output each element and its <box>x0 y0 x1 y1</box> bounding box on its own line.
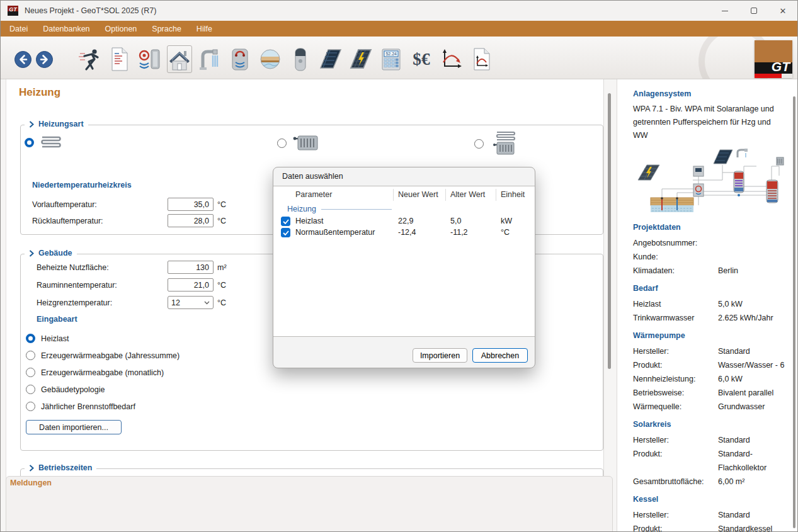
building-heating-button-selected[interactable] <box>167 45 192 73</box>
photovoltaic-button[interactable] <box>348 45 373 73</box>
curve-report-button[interactable] <box>469 45 494 73</box>
house-icon <box>168 47 191 71</box>
document-icon <box>108 46 130 72</box>
gt-brand-logo: GT <box>755 40 792 78</box>
projektdaten-title: Projektdaten <box>633 222 785 233</box>
report-button[interactable] <box>106 45 132 73</box>
gt-logo-text: GT <box>772 59 790 74</box>
back-button[interactable] <box>14 51 31 68</box>
report-curve-icon <box>471 46 493 72</box>
groupbox-betriebszeiten-legend[interactable]: Betriebszeiten <box>25 463 96 472</box>
row-angebotsnummer: Angebotsnummer: <box>633 236 785 250</box>
row-checkbox-normaussentemperatur[interactable] <box>281 228 290 237</box>
sidebar: Anlagensystem WPA 7.1 - Biv. WPA mit Sol… <box>617 79 798 532</box>
sidebar-scrollbar[interactable] <box>793 96 795 528</box>
abbrechen-button[interactable]: Abbrechen <box>472 348 528 363</box>
vorlauftemperatur-label: Vorlauftemperatur: <box>32 200 97 209</box>
beheizte-nutzflaeche-input[interactable] <box>168 261 214 274</box>
arrow-left-icon <box>14 51 31 68</box>
heat-pump-button[interactable] <box>137 45 162 73</box>
calculate-button[interactable] <box>76 45 101 73</box>
app-logo-icon: GT <box>8 6 18 16</box>
chevron-down-icon <box>204 301 210 305</box>
dialog-table: Parameter Neuer Wert Alter Wert Einheit … <box>273 186 535 337</box>
radiator-icon <box>292 135 319 151</box>
forward-button[interactable] <box>36 51 53 68</box>
boiler-button[interactable] <box>288 45 313 73</box>
row-heizlast: Heizlast5,0 kW <box>633 297 785 311</box>
economics-button[interactable]: $€ <box>409 45 434 73</box>
maximize-icon <box>751 8 757 14</box>
waermepumpe-title: Wärmepumpe <box>633 330 785 341</box>
menu-hilfe[interactable]: Hilfe <box>197 25 212 33</box>
beheizte-nutzflaeche-unit: m² <box>217 263 227 272</box>
characteristic-curve-button[interactable] <box>439 45 464 73</box>
rauminnentemperatur-unit: °C <box>217 281 226 290</box>
main-scrollbar[interactable] <box>608 93 611 369</box>
shower-faucet-icon <box>198 46 222 72</box>
floor-heating-and-radiator-icon <box>489 130 517 157</box>
check-icon <box>283 230 289 235</box>
ruecklauftemperatur-label: Rücklauftemperatur: <box>32 217 103 225</box>
solar-collector-icon <box>318 47 343 72</box>
row-wp-nennheizleistung: Nennheizleistung:6,0 kW <box>633 372 785 386</box>
importieren-button[interactable]: Importieren <box>413 348 467 363</box>
maximize-button[interactable] <box>739 1 768 21</box>
heizungsart-radio-radiator[interactable] <box>277 139 287 148</box>
close-icon: ✕ <box>780 6 787 16</box>
vorlauftemperatur-input[interactable] <box>168 198 214 211</box>
window-title: Neues Projekt - GeoT*SOL 2025 (R7) <box>25 6 156 15</box>
check-icon <box>283 219 289 224</box>
dialog-title: Daten auswählen <box>282 172 343 181</box>
solarkreis-title: Solarkreis <box>633 419 785 430</box>
solar-thermal-button[interactable] <box>318 45 343 73</box>
buffer-tank-button[interactable] <box>227 45 253 73</box>
eingabeart-radio-heizlast[interactable] <box>26 334 35 343</box>
row-sk-flaeche: Gesamtbruttofläche:6,00 m² <box>633 475 785 489</box>
window-controls: ✕ <box>710 1 797 21</box>
eingabeart-radio-monatlich[interactable] <box>26 368 35 377</box>
row-k-hersteller: Hersteller:Standard <box>633 508 785 522</box>
arrow-right-icon <box>36 51 53 68</box>
minimize-button[interactable] <box>710 1 739 21</box>
toolbar: 52.24 $€ <box>1 37 797 79</box>
calculator-icon: 52.24 <box>380 47 402 72</box>
row-klimadaten: Klimadaten:Berlin <box>633 264 785 278</box>
heizgrenztemperatur-unit: °C <box>217 298 226 307</box>
page-title: Heizung <box>19 86 60 99</box>
heizungsart-radio-kombiniert[interactable] <box>474 139 484 149</box>
results-button[interactable]: 52.24 <box>379 45 404 73</box>
menu-optionen[interactable]: Optionen <box>105 25 137 33</box>
app-logo-text: GT <box>8 6 18 13</box>
groupbox-gebaeude-legend[interactable]: Gebäude <box>25 249 77 258</box>
row-checkbox-heizlast[interactable] <box>281 217 290 226</box>
rauminnentemperatur-input[interactable] <box>168 278 214 291</box>
anlagensystem-title: Anlagensystem <box>633 88 785 99</box>
menubar: Datei Datenbanken Optionen Sprache Hilfe <box>1 21 797 37</box>
row-wp-produkt: Produkt:Wasser/Wasser - 6 <box>633 358 785 372</box>
eingabeart-radio-brennstoffbedarf[interactable] <box>26 402 35 411</box>
heat-pump-icon <box>137 46 162 72</box>
menu-datei[interactable]: Datei <box>9 25 28 33</box>
chevron-right-icon <box>29 121 34 128</box>
hot-water-button[interactable] <box>197 45 222 73</box>
menu-datenbanken[interactable]: Datenbanken <box>43 25 89 33</box>
heizgrenztemperatur-label: Heizgrenztemperatur: <box>37 298 112 307</box>
currency-text: $€ <box>413 50 430 69</box>
heizgrenztemperatur-select[interactable]: 12 <box>168 296 214 309</box>
eingabeart-radio-jahressumme[interactable] <box>26 351 35 360</box>
menu-sprache[interactable]: Sprache <box>152 25 181 33</box>
heizungsart-radio-fussbodenheizung[interactable] <box>25 138 34 147</box>
chevron-right-icon <box>29 465 34 472</box>
ruecklauftemperatur-input[interactable] <box>168 214 214 227</box>
groupbox-heizungsart-legend[interactable]: Heizungsart <box>25 120 88 128</box>
heat-source-button[interactable] <box>258 45 283 73</box>
eingabeart-title: Eingabeart <box>37 315 77 324</box>
row-k-produkt: Produkt:Standardkessel <box>633 522 785 532</box>
eingabeart-radio-gebaeudetypologie[interactable] <box>26 385 35 394</box>
ruecklauftemperatur-unit: °C <box>217 217 226 225</box>
close-button[interactable]: ✕ <box>768 1 797 21</box>
daten-importieren-button[interactable]: Daten importieren... <box>26 420 122 434</box>
beheizte-nutzflaeche-label: Beheizte Nutzfläche: <box>37 263 109 272</box>
titlebar: GT Neues Projekt - GeoT*SOL 2025 (R7) ✕ <box>1 1 797 21</box>
